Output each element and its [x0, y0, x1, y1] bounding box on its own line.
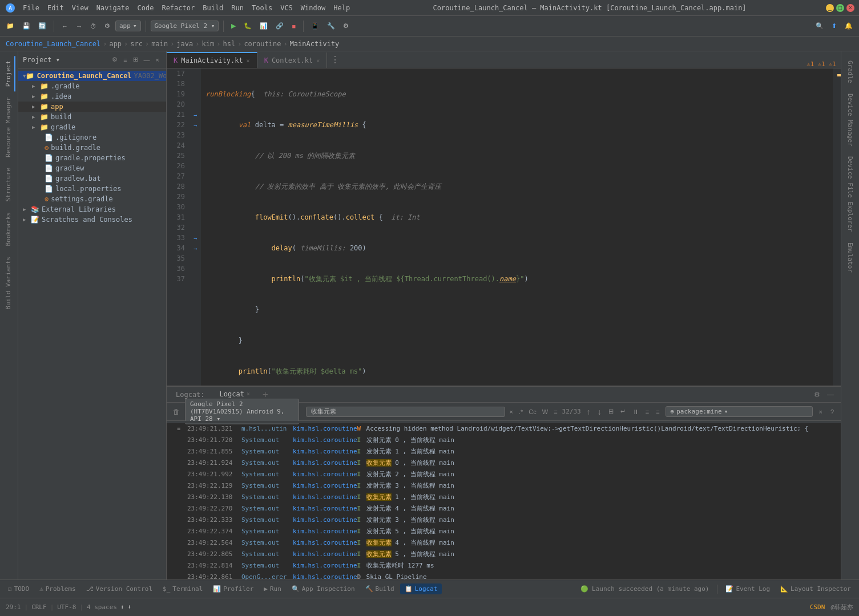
breadcrumb-kim[interactable]: kim — [202, 40, 215, 48]
toolbar-sync-btn[interactable]: 🔄 — [35, 21, 49, 31]
breadcrumb-hsl[interactable]: hsl — [223, 40, 235, 48]
logcat-close-btn[interactable]: × — [816, 407, 824, 416]
editor-tab-context[interactable]: K Context.kt × — [257, 52, 328, 68]
menu-build[interactable]: Build — [199, 3, 227, 13]
log-row-7[interactable]: 23:49:22.270 System.out kim.hsl.coroutin… — [167, 503, 841, 514]
tool-strip-terminal[interactable]: $_ Terminal — [158, 583, 207, 594]
toolbar-open-btn[interactable]: 📁 — [3, 21, 17, 31]
sidebar-tab-bookmarks[interactable]: Bookmarks — [2, 208, 15, 251]
menu-help[interactable]: Help — [330, 3, 353, 13]
tree-item-gradle-props[interactable]: 📄 gradle.properties — [18, 153, 166, 163]
panel-expand-btn[interactable]: ⊞ — [131, 55, 140, 64]
logcat-search-prev-btn[interactable]: × — [507, 407, 515, 416]
tree-item-scratches[interactable]: ▶ 📝 Scratches and Consoles — [18, 214, 166, 225]
menu-code[interactable]: Code — [134, 3, 158, 13]
logcat-more-btn[interactable]: ≡ — [654, 407, 662, 416]
logcat-wrap-btn[interactable]: ↵ — [618, 407, 628, 416]
tool-strip-layout-inspector[interactable]: 📐 Layout Inspector — [776, 583, 856, 594]
bottom-settings-minimize[interactable]: — — [825, 390, 836, 400]
tool-strip-event-log[interactable]: 📝 Event Log — [721, 583, 775, 594]
toolbar-recent-btn[interactable]: ⏱ — [87, 21, 99, 31]
tree-item-settings-gradle[interactable]: ⚙ settings.gradle — [18, 194, 166, 204]
logcat-package-filter[interactable]: ⊕ package:mine ▾ — [666, 406, 813, 417]
logcat-filter-tag-btn[interactable]: ≡ — [643, 407, 651, 416]
logcat-word-btn[interactable]: W — [540, 407, 550, 416]
close-button[interactable]: × — [846, 4, 854, 12]
tab-more-btn[interactable]: ⋮ — [327, 54, 343, 65]
menu-navigate[interactable]: Navigate — [93, 3, 133, 13]
toolbar-stop-btn[interactable]: ■ — [289, 21, 299, 31]
sidebar-tab-device-manager[interactable]: Device Manager — [844, 89, 856, 151]
breadcrumb-project[interactable]: Coroutine_Launch_Cancel — [6, 40, 100, 48]
tree-item-idea[interactable]: ▶ 📁 .idea — [18, 91, 166, 102]
breadcrumb-app[interactable]: app — [109, 40, 122, 48]
editor-tab-mainactivity[interactable]: K MainActivity.kt × — [167, 52, 257, 68]
breadcrumb-main[interactable]: main — [151, 40, 168, 48]
sidebar-tab-gradle[interactable]: Gradle — [844, 56, 856, 88]
breadcrumb-src[interactable]: src — [130, 40, 143, 48]
sidebar-tab-build-variants[interactable]: Build Variants — [2, 252, 15, 314]
sidebar-tab-structure[interactable]: Structure — [2, 163, 15, 206]
log-row-12[interactable]: 23:49:22.814 System.out kim.hsl.coroutin… — [167, 560, 841, 572]
tool-strip-problems[interactable]: ⚠ Problems — [35, 583, 80, 594]
menu-vcs[interactable]: VCS — [277, 3, 296, 13]
tree-item-gitignore[interactable]: 📄 .gitignore — [18, 132, 166, 143]
toolbar-save-btn[interactable]: 💾 — [19, 21, 33, 31]
logcat-search-input[interactable] — [306, 407, 505, 417]
log-row-5[interactable]: 23:49:22.129 System.out kim.hsl.coroutin… — [167, 480, 841, 492]
bottom-settings-gear[interactable]: ⚙ — [812, 390, 822, 400]
sidebar-tab-project[interactable]: Project — [2, 56, 15, 91]
toolbar-search-btn[interactable]: 🔍 — [813, 21, 826, 31]
maximize-button[interactable]: □ — [836, 4, 844, 12]
logcat-pause-btn[interactable]: ⏸ — [630, 407, 641, 416]
toolbar-settings-btn[interactable]: ⚙ — [340, 21, 352, 31]
panel-gear-btn[interactable]: ⚙ — [110, 55, 120, 64]
logcat-clear-btn[interactable]: 🗑 — [171, 406, 182, 418]
logcat-help-btn[interactable]: ? — [828, 407, 836, 416]
toolbar-back-btn[interactable]: ← — [59, 21, 71, 31]
tree-item-gradle[interactable]: ▶ 📁 .gradle — [18, 81, 166, 91]
logcat-tab-close[interactable]: × — [247, 391, 250, 397]
toolbar-avd-btn[interactable]: 📱 — [308, 21, 322, 31]
minimize-button[interactable]: _ — [826, 4, 834, 12]
tab-close-mainactivity[interactable]: × — [247, 58, 250, 64]
tool-strip-logcat[interactable]: 📋 Logcat — [400, 583, 442, 594]
menu-run[interactable]: Run — [228, 3, 247, 13]
log-row-2[interactable]: 23:49:21.855 System.out kim.hsl.coroutin… — [167, 446, 841, 457]
logcat-case-btn[interactable]: Cc — [526, 407, 538, 416]
status-indent[interactable]: 4 spaces — [87, 603, 117, 611]
log-row-0[interactable]: ≡ 23:49:21.321 m.hsl...utin kim.hsl.coro… — [167, 423, 841, 435]
logcat-scroll-btn[interactable]: ⊞ — [606, 407, 616, 416]
toolbar-update-btn[interactable]: ⬆ — [829, 21, 840, 31]
app-config-dropdown[interactable]: app ▾ — [115, 21, 141, 31]
status-encoding[interactable]: UTF-8 — [57, 603, 76, 611]
tree-item-local-props[interactable]: 📄 local.properties — [18, 184, 166, 194]
tool-strip-todo[interactable]: ☑ TODO — [3, 583, 34, 594]
sidebar-tab-device-file-explorer[interactable]: Device File Explorer — [844, 152, 856, 236]
tool-strip-app-inspection[interactable]: 🔍 App Inspection — [287, 583, 360, 594]
panel-close-btn[interactable]: × — [154, 55, 162, 64]
tree-item-external-libs[interactable]: ▶ 📚 External Libraries — [18, 204, 166, 214]
tool-strip-run[interactable]: ▶ Run — [259, 583, 286, 594]
menu-file[interactable]: File — [19, 3, 43, 13]
log-row-3[interactable]: 23:49:21.924 System.out kim.hsl.coroutin… — [167, 457, 841, 469]
tree-item-gradlew[interactable]: 📄 gradlew — [18, 163, 166, 173]
device-dropdown[interactable]: Google Pixel 2 ▾ — [151, 21, 219, 31]
tree-item-gradle-dir[interactable]: ▶ 📁 gradle — [18, 122, 166, 132]
log-row-8[interactable]: 23:49:22.333 System.out kim.hsl.coroutin… — [167, 514, 841, 526]
toolbar-attach-btn[interactable]: 🔗 — [273, 21, 287, 31]
project-panel-title[interactable]: Project ▾ — [23, 56, 60, 64]
log-row-13[interactable]: 23:49:22.861 OpenG...erer kim.hsl.corout… — [167, 572, 841, 579]
log-row-4[interactable]: 23:49:21.992 System.out kim.hsl.coroutin… — [167, 469, 841, 480]
tree-item-build[interactable]: ▶ 📁 build — [18, 112, 166, 122]
log-row-11[interactable]: 23:49:22.805 System.out kim.hsl.coroutin… — [167, 549, 841, 560]
sidebar-tab-resource-manager[interactable]: Resource Manager — [2, 92, 15, 162]
menu-window[interactable]: Window — [297, 3, 329, 13]
panel-collapse-btn[interactable]: — — [142, 55, 152, 64]
tree-item-build-gradle[interactable]: ⚙ build.gradle — [18, 143, 166, 153]
toolbar-notifications-btn[interactable]: 🔔 — [842, 21, 856, 31]
logcat-filter-btn[interactable]: ≡ — [551, 407, 559, 416]
tree-item-app[interactable]: ▶ 📁 app — [18, 102, 166, 112]
menu-view[interactable]: View — [68, 3, 92, 13]
menu-tools[interactable]: Tools — [248, 3, 276, 13]
